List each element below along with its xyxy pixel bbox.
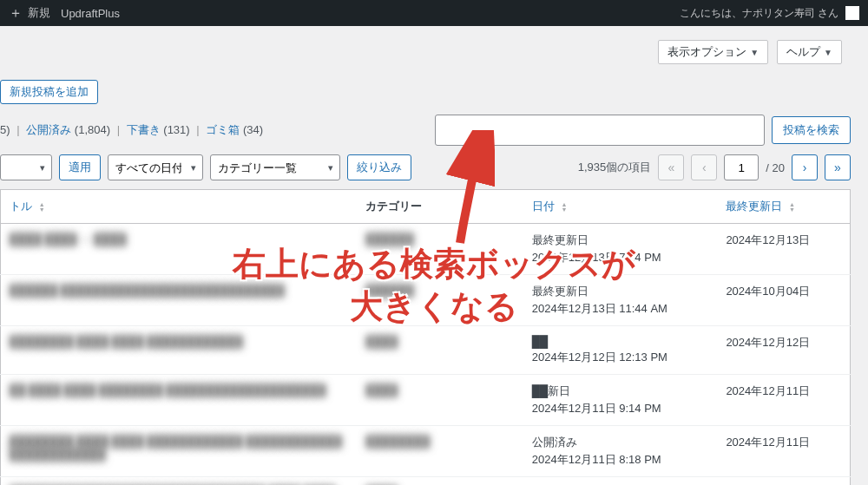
draft-count: (131) [163, 123, 189, 136]
post-status: 最終更新日 [532, 233, 709, 248]
post-title: ██ ████ ████ ████████ ██████████████████… [10, 383, 326, 397]
last-page-button[interactable]: » [825, 154, 851, 180]
published-link[interactable]: 公開済み [26, 123, 71, 136]
total-items-label: 1,935個の項目 [578, 160, 652, 175]
bulk-action-select[interactable] [0, 154, 52, 180]
published-count: (1,804) [75, 123, 110, 136]
table-row[interactable]: ████████████████████████████████ ████ ██… [1, 477, 851, 486]
column-category: カテゴリー [357, 190, 523, 224]
post-updated: 2024年12月11日 [717, 375, 850, 426]
all-count: 5) [0, 123, 10, 136]
post-status: ██ [532, 335, 709, 348]
trash-link[interactable]: ゴミ箱 [206, 123, 240, 136]
greeting-text: こんにちは、ナポリタン寿司 さん [680, 6, 838, 21]
search-input[interactable] [435, 115, 765, 146]
admin-top-bar: ＋ 新規 UpdraftPlus こんにちは、ナポリタン寿司 さん [0, 0, 868, 26]
current-page-input[interactable] [724, 154, 759, 180]
post-updated: 2024年12月12日 [717, 326, 850, 375]
table-row[interactable]: ████████ ████ ████ ████████████ ████ ██ … [1, 326, 851, 375]
prev-page-button[interactable]: ‹ [691, 154, 717, 180]
filter-button[interactable]: 絞り込み [347, 154, 411, 180]
post-updated: 2024年10月04日 [717, 275, 850, 326]
caret-down-icon: ▼ [824, 48, 832, 57]
post-title: ████████ ████ ████ ████████████ ████████… [10, 435, 342, 461]
post-category: ████████ [365, 435, 430, 448]
sort-icon: ▲▼ [789, 202, 795, 213]
post-title: ████ ████ — ████ [10, 233, 126, 246]
post-datetime: 2024年12月11日 9:14 PM [532, 401, 709, 416]
table-row[interactable]: ██ ████ ████ ████████ ██████████████████… [1, 375, 851, 426]
help-button[interactable]: ヘルプ ▼ [777, 40, 842, 64]
post-status: 公開済み [532, 435, 709, 450]
post-updated: 2024年12月11日 [717, 477, 850, 486]
post-updated: 2024年12月13日 [717, 224, 850, 275]
table-row[interactable]: ████ ████ — ████ ██████ 最終更新日 2024年12月13… [1, 224, 851, 275]
updraft-link[interactable]: UpdraftPlus [61, 7, 120, 20]
new-link[interactable]: 新規 [28, 5, 50, 21]
sort-icon: ▲▼ [561, 202, 567, 213]
post-title: ████████ ████ ████ ████████████ [10, 335, 243, 348]
post-category: ████ [365, 383, 398, 397]
post-status: 最終更新日 [532, 284, 709, 299]
posts-table: トル ▲▼ カテゴリー 日付 ▲▼ 最終更新日 ▲▼ ████ ████ — █… [0, 189, 851, 485]
search-posts-button[interactable]: 投稿を検索 [772, 116, 851, 144]
screen-options-button[interactable]: 表示オプション ▼ [658, 40, 768, 64]
date-filter-select[interactable]: すべての日付 [108, 154, 203, 180]
post-category: ████ [365, 335, 398, 348]
caret-down-icon: ▼ [750, 48, 759, 57]
plus-icon: ＋ [9, 4, 23, 23]
column-updated[interactable]: 最終更新日 ▲▼ [717, 190, 850, 224]
post-updated: 2024年12月11日 [717, 426, 850, 477]
apply-button[interactable]: 適用 [59, 154, 101, 180]
post-category: ██████ [365, 284, 413, 297]
next-page-button[interactable]: › [792, 154, 818, 180]
post-datetime: 2024年12月12日 12:13 PM [532, 350, 709, 365]
page-total-label: / 20 [766, 161, 785, 174]
sort-icon: ▲▼ [39, 202, 45, 213]
column-date[interactable]: 日付 ▲▼ [523, 190, 718, 224]
add-new-post-button[interactable]: 新規投稿を追加 [0, 80, 98, 104]
first-page-button[interactable]: « [658, 154, 684, 180]
category-filter-select[interactable]: カテゴリー一覧 [210, 154, 340, 180]
post-title: ██████ ████████████████████████████ [10, 284, 285, 297]
post-datetime: 2024年12月13日 7:14 PM [532, 250, 709, 265]
table-row[interactable]: ████████ ████ ████ ████████████ ████████… [1, 426, 851, 477]
avatar[interactable] [845, 6, 859, 20]
post-status: ██新日 [532, 383, 709, 399]
post-datetime: 2024年12月13日 11:44 AM [532, 301, 709, 317]
column-title[interactable]: トル ▲▼ [1, 190, 358, 224]
draft-link[interactable]: 下書き [127, 123, 161, 136]
post-category: ██████ [365, 233, 413, 246]
status-filter-links: 5) | 公開済み (1,804) | 下書き (131) | ゴミ箱 (34) [0, 122, 263, 138]
post-datetime: 2024年12月11日 8:18 PM [532, 452, 709, 468]
trash-count: (34) [243, 123, 263, 136]
table-row[interactable]: ██████ ████████████████████████████ ████… [1, 275, 851, 326]
